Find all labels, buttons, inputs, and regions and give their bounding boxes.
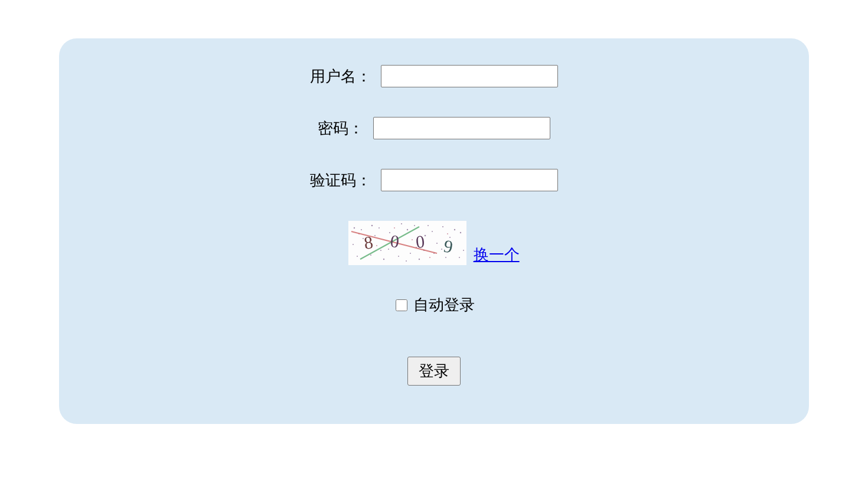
svg-point-44 xyxy=(429,257,430,258)
svg-point-6 xyxy=(398,256,399,257)
username-input[interactable] xyxy=(381,65,558,87)
username-row: 用户名： xyxy=(83,65,785,87)
auto-login-checkbox[interactable] xyxy=(396,299,407,311)
svg-point-14 xyxy=(357,256,358,257)
captcha-label: 验证码： xyxy=(310,170,371,191)
svg-point-1 xyxy=(354,227,355,229)
svg-point-45 xyxy=(447,233,448,234)
svg-point-21 xyxy=(419,259,420,260)
svg-point-23 xyxy=(436,243,438,244)
svg-point-30 xyxy=(378,227,380,229)
svg-text:0: 0 xyxy=(415,231,426,252)
svg-point-27 xyxy=(353,244,354,245)
svg-point-20 xyxy=(410,253,411,254)
svg-point-43 xyxy=(412,239,413,240)
svg-point-39 xyxy=(459,257,460,258)
svg-point-7 xyxy=(407,229,408,230)
svg-point-13 xyxy=(460,232,461,233)
svg-point-25 xyxy=(454,229,455,230)
svg-point-34 xyxy=(414,225,415,226)
svg-point-36 xyxy=(432,231,433,232)
submit-row: 登录 xyxy=(83,357,785,386)
svg-point-42 xyxy=(394,227,395,229)
svg-point-24 xyxy=(445,257,446,258)
svg-point-28 xyxy=(361,229,362,230)
svg-point-22 xyxy=(428,225,429,226)
svg-point-11 xyxy=(442,226,443,227)
password-row: 密码： xyxy=(83,117,785,139)
captcha-input[interactable] xyxy=(381,169,558,191)
svg-point-4 xyxy=(380,250,381,251)
captcha-input-row: 验证码： xyxy=(83,169,785,191)
password-input[interactable] xyxy=(373,117,550,139)
svg-point-3 xyxy=(371,225,373,227)
auto-login-label: 自动登录 xyxy=(413,296,475,314)
svg-point-5 xyxy=(389,232,390,233)
svg-point-41 xyxy=(376,245,377,246)
login-button[interactable]: 登录 xyxy=(407,357,461,386)
username-label: 用户名： xyxy=(310,66,371,87)
captcha-image-row: 8 0 0 9 换一个 xyxy=(83,221,785,265)
captcha-refresh-link[interactable]: 换一个 xyxy=(474,246,520,263)
svg-point-16 xyxy=(374,235,376,236)
auto-login-row: 自动登录 xyxy=(83,295,785,315)
svg-point-33 xyxy=(406,260,407,262)
svg-point-17 xyxy=(383,259,384,260)
svg-point-29 xyxy=(370,254,371,256)
captcha-image[interactable]: 8 0 0 9 xyxy=(348,221,466,265)
svg-point-37 xyxy=(441,249,442,250)
password-label: 密码： xyxy=(318,118,364,139)
svg-point-9 xyxy=(425,235,426,237)
login-panel: 用户名： 密码： 验证码： xyxy=(59,38,809,424)
svg-point-26 xyxy=(463,250,464,251)
svg-point-19 xyxy=(401,223,402,224)
